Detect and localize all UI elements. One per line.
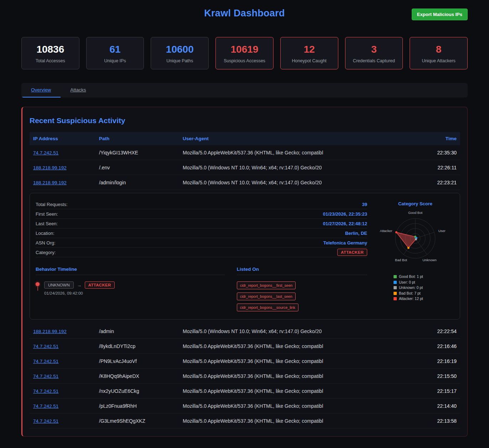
table-row[interactable]: 188.218.99.192 /admin/login Mozilla/5.0 … [30,175,460,190]
row-time: 22:13:58 [414,418,457,424]
row-path: /admin [99,328,183,334]
stat-label: Unique Paths [153,58,206,63]
stat-label: Credentials Captured [348,58,401,63]
radar-chart-title: Category Score [376,201,454,206]
stat-value: 3 [348,44,401,55]
category-attacker-badge: ATTACKER [337,249,367,256]
category-to-badge: ATTACKER [85,281,115,289]
header: Krawl Dashboard Export Malicious IPs [21,0,468,26]
legend-label: User: 0 pt [399,280,415,285]
category-score-chart: Category Score Good BotUserUnknownBad Bo… [376,200,454,311]
stat-card-unique-paths: 10600 Unique Paths [151,37,209,69]
listed-on-title: Listed On [237,267,367,275]
table-row[interactable]: 74.7.242.51 /nx2yUOZuE6Ckg Mozilla/5.0 A… [30,384,460,399]
table-row[interactable]: 74.7.242.51 /pLz0Fnua9fRhH Mozilla/5.0 A… [30,399,460,413]
field-label: Category: [36,250,56,255]
legend-label: Good Bot: 1 pt [399,274,423,280]
legend-item: Good Bot: 1 pt [394,274,454,280]
table-row[interactable]: 188.218.99.192 /.env Mozilla/5.0 (Window… [30,160,460,175]
row-path: /8ykdLnDYTi2cp [99,343,183,349]
field-asn-org: ASN Org: Telefonica Germany [36,238,367,248]
behavior-timeline-section: Behavior Timeline UNKNOWN → ATTACKER [36,267,225,311]
legend-swatch-bad-bot [394,292,397,295]
row-user-agent: Mozilla/5.0 (Windows NT 10.0; Win64; x64… [183,165,414,170]
timeline-item: UNKNOWN → ATTACKER 01/24/2026, 09:42:00 [36,281,225,295]
field-total-requests: Total Requests: 39 [36,200,367,209]
field-last-seen: Last Seen: 01/27/2026, 22:48:12 [36,219,367,228]
blocklist-badge[interactable]: cidr_report_bogons__first_seen [237,281,296,289]
stat-card-credentials-captured: 3 Credentials Captured [345,37,403,69]
table-row[interactable]: 74.7.242.51 /K8HQq9hAipeDX Mozilla/5.0 A… [30,369,460,384]
legend-swatch-unknown [394,286,397,289]
table-row[interactable]: 74.7.242.51 /YiqykGI13WHXE Mozilla/5.0 A… [30,145,460,160]
field-label: Total Requests: [36,202,68,207]
legend-swatch-attacker [394,297,397,300]
field-value: Telefonica Germany [323,240,367,246]
field-category: Category: ATTACKER [36,248,367,257]
ip-link[interactable]: 74.7.242.51 [33,418,58,424]
tab-bar: Overview Attacks [21,83,468,97]
row-user-agent: Mozilla/5.0 AppleWebKit/537.36 (KHTML, l… [183,150,414,156]
ip-link[interactable]: 74.7.242.51 [33,344,58,349]
stat-value: 8 [412,44,465,55]
table-row[interactable]: 74.7.242.51 /G3Lme9ShEQgXKZ Mozilla/5.0 … [30,413,460,428]
row-path: /nx2yUOZuE6Ckg [99,388,183,394]
legend-label: Unknown: 0 pt [399,285,423,291]
svg-text:Unknown: Unknown [422,258,437,262]
ip-link[interactable]: 74.7.242.51 [33,389,58,394]
radar-legend: Good Bot: 1 pt User: 0 pt Unknown: 0 pt … [376,274,454,302]
tab-attacks[interactable]: Attacks [61,83,95,97]
row-path: /K8HQq9hAipeDX [99,373,183,379]
legend-label: Attacker: 12 pt [399,296,423,302]
timeline-timestamp: 01/24/2026, 09:42:00 [44,291,115,295]
stat-label: Unique Attackers [412,58,465,63]
panel-title: Recent Suspicious Activity [30,116,460,125]
legend-swatch-good-bot [394,275,397,278]
ip-link[interactable]: 188.218.99.192 [33,165,67,170]
stat-card-unique-ips: 61 Unique IPs [86,37,144,69]
tab-overview[interactable]: Overview [21,83,61,97]
ip-link[interactable]: 74.7.242.51 [33,374,58,379]
table-header: IP Address Path User-Agent Time [30,132,460,145]
legend-item: User: 0 pt [394,280,454,285]
blocklist-badge[interactable]: cidr_report_bogons__source_link [237,304,298,311]
blocklist-badge[interactable]: cidr_report_bogons__last_seen [237,292,296,300]
svg-text:Bad Bot: Bad Bot [395,258,407,262]
stat-card-honeypot-caught: 12 Honeypot Caught [280,37,338,69]
table-row[interactable]: 74.7.242.51 /8ykdLnDYTi2cp Mozilla/5.0 A… [30,339,460,354]
row-time: 22:15:50 [414,373,457,379]
ip-link[interactable]: 74.7.242.51 [33,359,58,364]
row-path: /pLz0Fnua9fRhH [99,403,183,409]
legend-item: Bad Bot: 7 pt [394,291,454,296]
table-row[interactable]: 188.218.99.192 /admin Mozilla/5.0 (Windo… [30,324,460,339]
field-value: 01/23/2026, 22:35:23 [323,211,367,217]
row-path: /PN9LvAcJ4uoVf [99,358,183,364]
ip-link[interactable]: 74.7.242.51 [33,150,58,156]
ip-link[interactable]: 188.218.99.192 [33,329,67,334]
stat-value: 61 [89,44,142,55]
row-time: 22:26:11 [414,165,457,170]
stat-value: 10619 [218,44,271,55]
stat-card-unique-attackers: 8 Unique Attackers [410,37,468,69]
row-user-agent: Mozilla/5.0 AppleWebKit/537.36 (KHTML, l… [183,388,414,394]
stat-card-suspicious-accesses: 10619 Suspicious Accesses [215,37,274,69]
legend-item: Unknown: 0 pt [394,285,454,291]
export-malicious-ips-button[interactable]: Export Malicious IPs [412,9,468,20]
col-header-user-agent: User-Agent [183,136,414,141]
legend-swatch-user [394,281,397,284]
ip-link[interactable]: 74.7.242.51 [33,404,58,409]
row-time: 22:15:17 [414,388,457,394]
field-value: 39 [362,202,367,207]
field-label: Last Seen: [36,221,58,226]
table-row[interactable]: 74.7.242.51 /PN9LvAcJ4uoVf Mozilla/5.0 A… [30,354,460,369]
col-header-ip: IP Address [33,136,99,141]
row-time: 22:23:21 [414,180,457,185]
category-from-badge: UNKNOWN [44,281,74,289]
stat-label: Total Accesses [24,58,77,63]
ip-link[interactable]: 188.218.99.192 [33,180,67,185]
stat-card-total-accesses: 10836 Total Accesses [21,37,79,69]
legend-item: Attacker: 12 pt [394,296,454,302]
row-time: 22:16:46 [414,343,457,349]
field-value: Berlin, DE [345,231,367,236]
field-label: Location: [36,231,54,236]
